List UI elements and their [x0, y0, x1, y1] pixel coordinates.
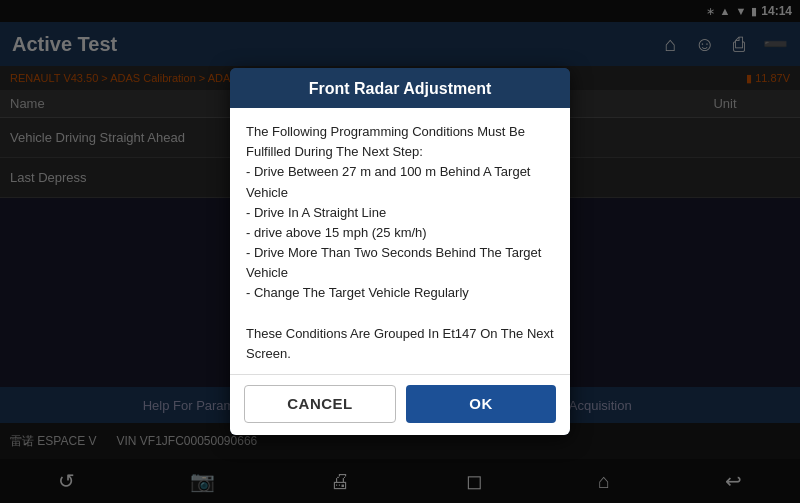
ok-button[interactable]: OK [406, 385, 556, 423]
dialog-title-bar: Front Radar Adjustment [230, 68, 570, 108]
dialog: Front Radar Adjustment The Following Pro… [230, 68, 570, 435]
cancel-button[interactable]: CANCEL [244, 385, 396, 423]
dialog-buttons: CANCEL OK [230, 374, 570, 435]
dialog-body: The Following Programming Conditions Mus… [230, 108, 570, 374]
dialog-title: Front Radar Adjustment [309, 80, 492, 97]
modal-overlay: Front Radar Adjustment The Following Pro… [0, 0, 800, 503]
dialog-body-text: The Following Programming Conditions Mus… [246, 124, 554, 361]
